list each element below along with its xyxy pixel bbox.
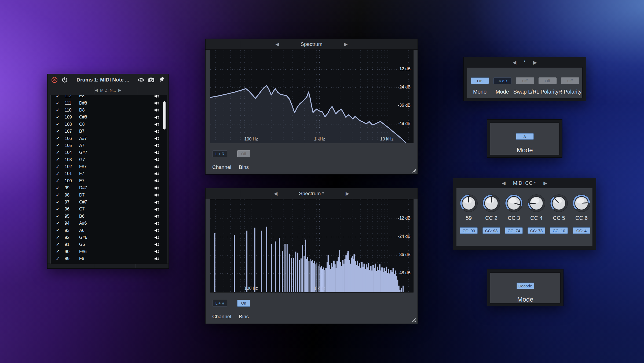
note-enabled-check-icon[interactable]: ✓	[56, 129, 62, 134]
note-enabled-check-icon[interactable]: ✓	[56, 235, 62, 240]
note-list-row[interactable]: ✓108C8	[51, 121, 167, 128]
note-enabled-check-icon[interactable]: ✓	[56, 107, 62, 113]
note-list-row[interactable]: ✓96C7	[51, 206, 167, 213]
note-list-row[interactable]: ✓101F7	[51, 170, 167, 177]
device-nav-label[interactable]: MIDI N...	[100, 88, 116, 92]
speaker-icon[interactable]	[154, 143, 159, 148]
next-page-arrow-icon[interactable]: ▶	[533, 60, 537, 65]
note-list-row[interactable]: ✓104G#7	[51, 149, 167, 156]
camera-icon[interactable]	[148, 76, 155, 84]
next-page-arrow-icon[interactable]: ▶	[344, 42, 348, 47]
spectrum-header[interactable]: ◀ Spectrum ▶	[206, 39, 418, 50]
note-enabled-check-icon[interactable]: ✓	[56, 221, 62, 226]
note-enabled-check-icon[interactable]: ✓	[56, 171, 62, 177]
prev-page-arrow-icon[interactable]: ◀	[274, 191, 277, 196]
tool-param-button[interactable]: -6 dB	[493, 77, 511, 84]
prev-page-arrow-icon[interactable]: ◀	[276, 42, 279, 47]
note-list-row[interactable]: ✓98D7	[51, 191, 167, 198]
speaker-icon[interactable]	[154, 200, 159, 205]
cc-assign-button[interactable]: CC: 74	[505, 227, 523, 234]
note-enabled-check-icon[interactable]: ✓	[56, 185, 62, 191]
speaker-icon[interactable]	[154, 179, 159, 183]
tool-panel-header[interactable]: ◀ * ▶	[464, 57, 586, 67]
note-list-row[interactable]: ✓102F#7	[51, 163, 167, 170]
midi-window-titlebar[interactable]: Drums 1: MIDI Note ...	[47, 74, 169, 86]
speaker-icon[interactable]	[154, 115, 159, 120]
note-enabled-check-icon[interactable]: ✓	[56, 114, 62, 120]
note-list-row[interactable]: ✓106A#7	[51, 135, 167, 142]
next-page-arrow-icon[interactable]: ▶	[543, 181, 547, 186]
note-list-row[interactable]: ✓105A7	[51, 142, 167, 149]
power-icon[interactable]	[61, 76, 68, 84]
next-page-arrow-icon[interactable]: ▶	[346, 191, 349, 196]
channel-mode-button[interactable]: L + R	[213, 300, 227, 307]
pin-icon[interactable]	[158, 76, 165, 84]
cc-knob[interactable]	[526, 193, 547, 214]
speaker-icon[interactable]	[154, 221, 159, 226]
note-list-row[interactable]: ✓89F6	[51, 255, 167, 262]
speaker-icon[interactable]	[154, 186, 159, 190]
next-device-arrow-icon[interactable]: ▶	[118, 88, 121, 92]
speaker-icon[interactable]	[154, 165, 159, 169]
eye-icon[interactable]	[137, 76, 145, 84]
speaker-icon[interactable]	[154, 157, 159, 162]
speaker-icon[interactable]	[154, 122, 159, 127]
note-list-row[interactable]: ✓91G6	[51, 241, 167, 248]
tool-param-button[interactable]: On	[471, 77, 489, 84]
note-list-row[interactable]: ✓110D8	[51, 107, 167, 114]
spectrum-star-header[interactable]: ◀ Spectrum * ▶	[206, 188, 418, 199]
bins-toggle-button[interactable]: On	[237, 300, 250, 307]
note-list-row[interactable]: ✓107B7	[51, 128, 167, 135]
note-enabled-check-icon[interactable]: ✓	[56, 121, 62, 127]
speaker-icon[interactable]	[154, 242, 159, 247]
speaker-icon[interactable]	[154, 214, 159, 218]
tool-param-button[interactable]: Off	[539, 77, 557, 84]
note-list-row[interactable]: ✓95B6	[51, 213, 167, 220]
speaker-icon[interactable]	[154, 108, 159, 112]
note-enabled-check-icon[interactable]: ✓	[56, 157, 62, 162]
note-list-row[interactable]: ✓90F#6	[51, 248, 167, 255]
speaker-icon[interactable]	[154, 95, 159, 98]
mode-value-button[interactable]: A	[516, 133, 534, 140]
speaker-icon[interactable]	[154, 129, 159, 134]
note-enabled-check-icon[interactable]: ✓	[56, 213, 62, 219]
note-list-row[interactable]: ✓93A6	[51, 227, 167, 234]
cc-knob[interactable]	[571, 193, 592, 214]
cc-assign-button[interactable]: CC: 10	[550, 227, 568, 234]
cc-knob[interactable]	[481, 193, 502, 214]
note-enabled-check-icon[interactable]: ✓	[56, 256, 62, 262]
note-list-row[interactable]: ✓111D#8	[51, 99, 167, 106]
note-list-row[interactable]: ✓94A#6	[51, 220, 167, 227]
speaker-icon[interactable]	[154, 207, 159, 212]
note-enabled-check-icon[interactable]: ✓	[56, 136, 62, 141]
note-enabled-check-icon[interactable]: ✓	[56, 242, 62, 247]
note-enabled-check-icon[interactable]: ✓	[56, 95, 62, 99]
speaker-icon[interactable]	[154, 172, 159, 176]
tool-param-button[interactable]: Off	[516, 77, 534, 84]
cc-assign-button[interactable]: CC: 73	[528, 227, 545, 234]
speaker-icon[interactable]	[154, 193, 159, 197]
speaker-icon[interactable]	[154, 101, 159, 105]
note-enabled-check-icon[interactable]: ✓	[56, 143, 62, 148]
channel-mode-button[interactable]: L + R	[213, 150, 227, 157]
cc-knob[interactable]	[549, 193, 569, 214]
note-list-row[interactable]: ✓99D#7	[51, 184, 167, 191]
note-enabled-check-icon[interactable]: ✓	[56, 192, 62, 198]
prev-page-arrow-icon[interactable]: ◀	[513, 60, 516, 65]
tool-param-button[interactable]: Off	[561, 77, 579, 84]
note-list-row[interactable]: ✓92G#6	[51, 234, 167, 241]
mode-value-button[interactable]: Decode	[517, 283, 534, 289]
note-enabled-check-icon[interactable]: ✓	[56, 100, 62, 106]
note-enabled-check-icon[interactable]: ✓	[56, 199, 62, 205]
prev-device-arrow-icon[interactable]: ◀	[95, 88, 98, 92]
bins-toggle-button[interactable]: Off	[237, 150, 250, 157]
cc-assign-button[interactable]: CC: 93	[460, 227, 478, 234]
speaker-icon[interactable]	[154, 235, 159, 240]
cc-assign-button[interactable]: CC: 4	[573, 227, 590, 234]
cc-knob[interactable]	[504, 193, 524, 214]
note-enabled-check-icon[interactable]: ✓	[56, 228, 62, 233]
speaker-icon[interactable]	[154, 150, 159, 155]
cc-assign-button[interactable]: CC: 93	[482, 227, 500, 234]
note-enabled-check-icon[interactable]: ✓	[56, 249, 62, 254]
note-list-row[interactable]: ✓100E7	[51, 177, 167, 184]
